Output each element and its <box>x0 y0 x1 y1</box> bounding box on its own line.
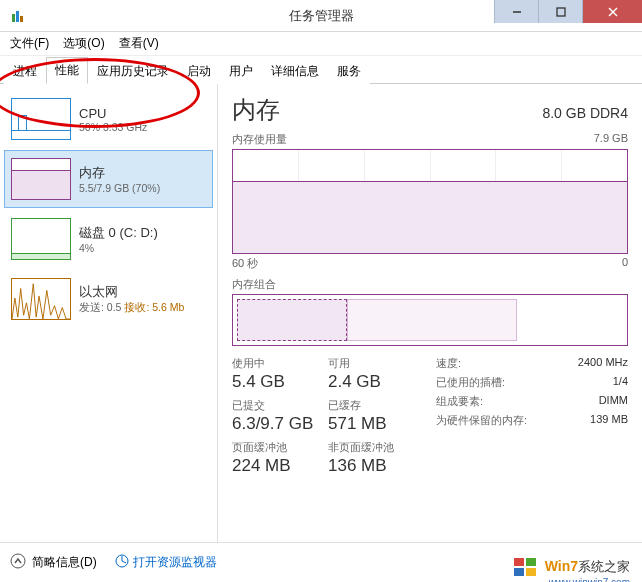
memory-usage-chart[interactable] <box>232 149 628 254</box>
axis-left: 60 秒 <box>232 256 258 271</box>
minimize-button[interactable] <box>494 0 538 23</box>
main-panel: 内存 8.0 GB DDR4 内存使用量 7.9 GB 60 秒 0 内存组合 … <box>218 84 642 542</box>
svg-line-10 <box>122 561 126 563</box>
title-bar: 任务管理器 <box>0 0 642 32</box>
page-title: 内存 <box>232 94 280 126</box>
menu-options[interactable]: 选项(O) <box>57 33 110 54</box>
disk-title: 磁盘 0 (C: D:) <box>79 224 158 242</box>
stats-left: 使用中 5.4 GB 可用 2.4 GB 已提交 6.3/9.7 GB 已缓存 … <box>232 356 424 482</box>
window-controls <box>494 0 642 23</box>
resource-monitor-icon <box>115 554 129 571</box>
stat-nonpaged: 非页面缓冲池 136 MB <box>328 440 424 476</box>
memory-thumbnail <box>11 158 71 200</box>
svg-rect-11 <box>514 558 524 566</box>
sidebar-item-disk[interactable]: 磁盘 0 (C: D:) 4% <box>4 210 213 268</box>
tab-processes[interactable]: 进程 <box>4 58 46 84</box>
composition-label-row: 内存组合 <box>232 277 628 292</box>
tab-startup[interactable]: 启动 <box>178 58 220 84</box>
menu-bar: 文件(F) 选项(O) 查看(V) <box>0 32 642 56</box>
memory-total: 8.0 GB DDR4 <box>542 105 628 121</box>
close-button[interactable] <box>582 0 642 23</box>
main-header: 内存 8.0 GB DDR4 <box>232 94 628 126</box>
memory-title: 内存 <box>79 164 160 182</box>
window-title: 任务管理器 <box>289 7 354 25</box>
stat-speed: 速度:2400 MHz <box>436 356 628 371</box>
stat-slots: 已使用的插槽:1/4 <box>436 375 628 390</box>
sidebar-item-ethernet[interactable]: 以太网 发送: 0.5 接收: 5.6 Mb <box>4 270 213 328</box>
tab-strip: 进程 性能 应用历史记录 启动 用户 详细信息 服务 <box>0 56 642 84</box>
sidebar-item-cpu[interactable]: CPU 56% 3.33 GHz <box>4 90 213 148</box>
svg-point-7 <box>11 554 25 568</box>
ethernet-stats: 发送: 0.5 接收: 5.6 Mb <box>79 301 184 315</box>
menu-view[interactable]: 查看(V) <box>113 33 165 54</box>
svg-rect-1 <box>16 11 19 22</box>
tab-app-history[interactable]: 应用历史记录 <box>88 58 178 84</box>
ethernet-text: 以太网 发送: 0.5 接收: 5.6 Mb <box>79 283 184 315</box>
disk-text: 磁盘 0 (C: D:) 4% <box>79 224 158 254</box>
cpu-stats: 56% 3.33 GHz <box>79 121 147 133</box>
stat-in-use: 使用中 5.4 GB <box>232 356 328 392</box>
ethernet-title: 以太网 <box>79 283 184 301</box>
cpu-title: CPU <box>79 106 147 121</box>
disk-thumbnail <box>11 218 71 260</box>
cpu-thumbnail <box>11 98 71 140</box>
usage-max: 7.9 GB <box>594 132 628 147</box>
composition-label: 内存组合 <box>232 277 276 292</box>
chart-axis: 60 秒 0 <box>232 256 628 271</box>
stat-paged: 页面缓冲池 224 MB <box>232 440 328 476</box>
app-icon <box>8 6 28 26</box>
chevron-up-circle-icon <box>10 553 26 572</box>
svg-rect-13 <box>514 568 524 576</box>
windows-logo-icon <box>513 556 539 578</box>
disk-stats: 4% <box>79 242 158 254</box>
memory-text: 内存 5.5/7.9 GB (70%) <box>79 164 160 194</box>
axis-right: 0 <box>622 256 628 271</box>
sidebar: CPU 56% 3.33 GHz 内存 5.5/7.9 GB (70%) 磁盘 … <box>0 84 218 542</box>
memory-stats: 5.5/7.9 GB (70%) <box>79 182 160 194</box>
tab-services[interactable]: 服务 <box>328 58 370 84</box>
maximize-button[interactable] <box>538 0 582 23</box>
open-resource-monitor-link[interactable]: 打开资源监视器 <box>115 554 217 571</box>
stats-area: 使用中 5.4 GB 可用 2.4 GB 已提交 6.3/9.7 GB 已缓存 … <box>232 356 628 482</box>
stat-available: 可用 2.4 GB <box>328 356 424 392</box>
usage-label: 内存使用量 <box>232 132 287 147</box>
memory-composition-chart[interactable] <box>232 294 628 346</box>
svg-rect-4 <box>557 8 565 16</box>
sidebar-item-memory[interactable]: 内存 5.5/7.9 GB (70%) <box>4 150 213 208</box>
chart-top-labels: 内存使用量 7.9 GB <box>232 132 628 147</box>
stat-committed: 已提交 6.3/9.7 GB <box>232 398 328 434</box>
tab-performance[interactable]: 性能 <box>46 57 88 84</box>
tab-details[interactable]: 详细信息 <box>262 58 328 84</box>
stat-form: 组成要素:DIMM <box>436 394 628 409</box>
stats-right: 速度:2400 MHz 已使用的插槽:1/4 组成要素:DIMM 为硬件保留的内… <box>436 356 628 482</box>
content-area: CPU 56% 3.33 GHz 内存 5.5/7.9 GB (70%) 磁盘 … <box>0 84 642 542</box>
menu-file[interactable]: 文件(F) <box>4 33 55 54</box>
fewer-details-button[interactable]: 简略信息(D) <box>10 553 97 572</box>
svg-rect-0 <box>12 14 15 22</box>
svg-rect-2 <box>20 16 23 22</box>
svg-rect-12 <box>526 558 536 566</box>
stat-hw-reserved: 为硬件保留的内存:139 MB <box>436 413 628 428</box>
cpu-text: CPU 56% 3.33 GHz <box>79 106 147 133</box>
ethernet-thumbnail <box>11 278 71 320</box>
footer: 简略信息(D) 打开资源监视器 Win7系统之家 www.winwin7.com <box>0 542 642 582</box>
tab-users[interactable]: 用户 <box>220 58 262 84</box>
watermark: Win7系统之家 www.winwin7.com <box>513 556 630 578</box>
stat-cached: 已缓存 571 MB <box>328 398 424 434</box>
svg-rect-14 <box>526 568 536 576</box>
